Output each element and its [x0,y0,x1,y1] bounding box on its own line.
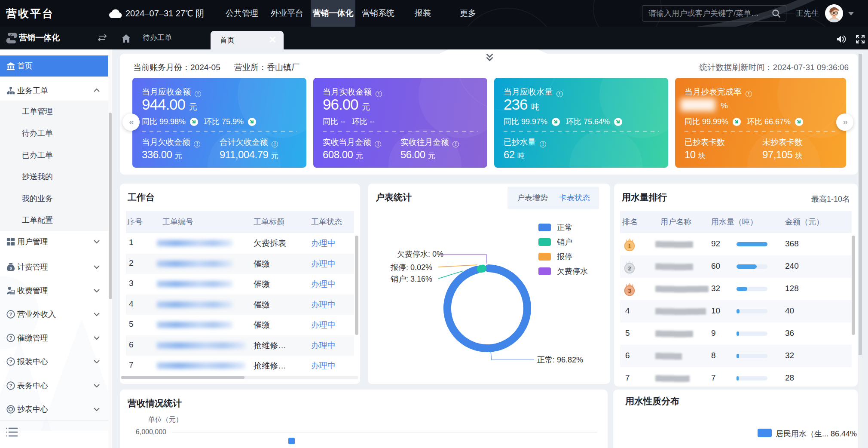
svg-text:$: $ [9,266,12,270]
svg-text:1: 1 [628,243,631,249]
svg-text:正常: 正常 [557,223,572,232]
svg-text:?: ? [9,335,12,341]
svg-text:6: 6 [10,34,12,39]
svg-text:3: 3 [628,288,631,294]
svg-text:欠费停水: 欠费停水 [557,267,588,276]
svg-text:报停: 报停 [556,252,572,261]
svg-text:欠费停水: 0%: 欠费停水: 0% [397,250,443,258]
svg-text:?: ? [9,383,12,389]
svg-text:2: 2 [628,265,631,272]
svg-text:?: ? [9,311,12,317]
svg-text:正常: 96.82%: 正常: 96.82% [537,356,583,364]
svg-text:?: ? [9,359,12,365]
svg-text:销户: 3.16%: 销户: 3.16% [390,275,432,283]
svg-text:报停: 0.02%: 报停: 0.02% [390,263,432,272]
svg-text:销户: 销户 [556,238,572,246]
